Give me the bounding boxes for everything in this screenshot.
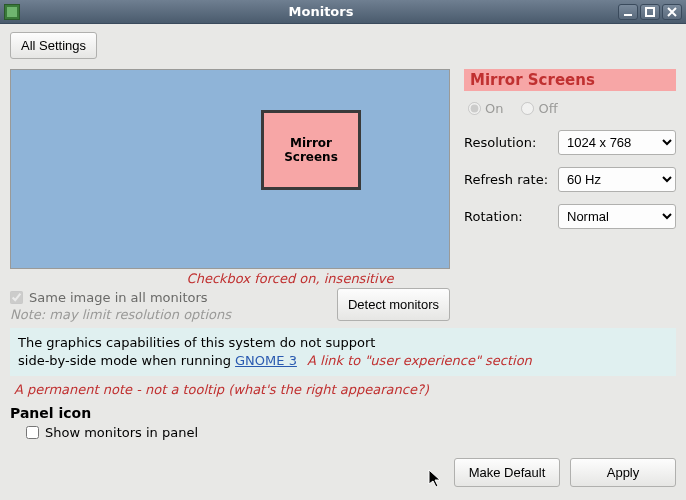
make-default-button[interactable]: Make Default: [454, 458, 560, 487]
resolution-label: Resolution:: [464, 135, 558, 150]
apply-button[interactable]: Apply: [570, 458, 676, 487]
monitor-mirror-box[interactable]: Mirror Screens: [261, 110, 361, 190]
monitor-preview-area[interactable]: Mirror Screens: [10, 69, 450, 269]
settings-column: Mirror Screens On Off Resolution: 1024 x…: [464, 69, 676, 322]
monitor-label: Mirror Screens: [264, 136, 358, 164]
show-monitors-checkbox[interactable]: [26, 426, 39, 439]
close-button[interactable]: [662, 4, 682, 20]
dialog-button-row: Make Default Apply: [10, 458, 676, 487]
window-body: All Settings Mirror Screens Checkbox for…: [0, 24, 686, 497]
same-image-checkbox-row: Same image in all monitors: [10, 290, 337, 305]
minimize-button[interactable]: [618, 4, 638, 20]
below-preview-row: Same image in all monitors Note: may lim…: [10, 288, 450, 322]
app-icon: [4, 4, 20, 20]
refresh-row: Refresh rate: 60 Hz: [464, 167, 676, 192]
svg-rect-0: [646, 8, 654, 16]
on-off-radio-group: On Off: [464, 101, 676, 116]
radio-on: On: [468, 101, 503, 116]
detect-monitors-button[interactable]: Detect monitors: [337, 288, 450, 321]
annotation-link: A link to "user experience" section: [307, 353, 532, 368]
maximize-button[interactable]: [640, 4, 660, 20]
window-title: Monitors: [24, 4, 618, 19]
refresh-label: Refresh rate:: [464, 172, 558, 187]
same-image-checkbox: [10, 291, 23, 304]
same-image-label: Same image in all monitors: [29, 290, 208, 305]
annotation-checkbox-forced: Checkbox forced on, insensitive: [130, 271, 450, 286]
info-text-line1: The graphics capabilities of this system…: [18, 335, 375, 350]
radio-off-input: [521, 102, 534, 115]
info-text-line2: side-by-side mode when running: [18, 353, 235, 368]
refresh-select[interactable]: 60 Hz: [558, 167, 676, 192]
preview-column: Mirror Screens Checkbox forced on, insen…: [10, 69, 450, 322]
rotation-label: Rotation:: [464, 209, 558, 224]
rotation-row: Rotation: Normal: [464, 204, 676, 229]
rotation-select[interactable]: Normal: [558, 204, 676, 229]
main-content-row: Mirror Screens Checkbox forced on, insen…: [10, 69, 676, 322]
gnome3-link[interactable]: GNOME 3: [235, 353, 297, 368]
resolution-select[interactable]: 1024 x 768: [558, 130, 676, 155]
resolution-row: Resolution: 1024 x 768: [464, 130, 676, 155]
radio-off: Off: [521, 101, 557, 116]
panel-icon-heading: Panel icon: [10, 405, 676, 421]
radio-off-label: Off: [538, 101, 557, 116]
same-image-group: Same image in all monitors Note: may lim…: [10, 288, 337, 322]
all-settings-button[interactable]: All Settings: [10, 32, 97, 59]
window-controls: [618, 4, 682, 20]
panel-icon-section: Panel icon Show monitors in panel: [10, 405, 676, 440]
same-image-note: Note: may limit resolution options: [10, 307, 337, 322]
show-monitors-label: Show monitors in panel: [45, 425, 198, 440]
window-titlebar: Monitors: [0, 0, 686, 24]
radio-on-label: On: [485, 101, 503, 116]
info-banner: The graphics capabilities of this system…: [10, 328, 676, 376]
panel-checkbox-row: Show monitors in panel: [26, 425, 676, 440]
selected-monitor-header: Mirror Screens: [464, 69, 676, 91]
radio-on-input: [468, 102, 481, 115]
annotation-permanent-note: A permanent note - not a tooltip (what's…: [14, 382, 676, 397]
